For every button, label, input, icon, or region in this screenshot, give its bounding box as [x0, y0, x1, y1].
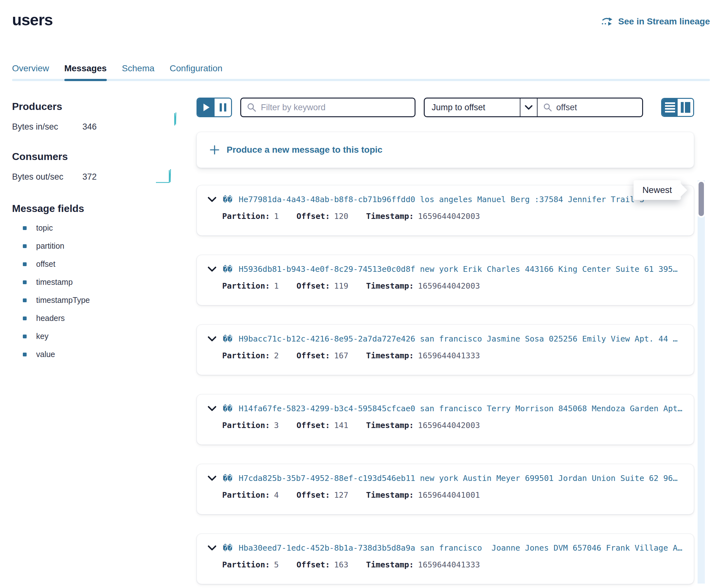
column-view-button[interactable] — [678, 99, 693, 116]
newest-tooltip: Newest — [634, 180, 681, 200]
message-key-row[interactable]: �� H5936db81-b943-4e0f-8c29-74513e0c0d8f… — [208, 265, 683, 274]
field-label: key — [36, 332, 48, 341]
jump-to-offset-select[interactable]: Jump to offset — [425, 99, 520, 116]
message-fields-heading: Message fields — [12, 203, 185, 214]
chevron-down-icon — [208, 406, 216, 412]
plus-icon — [209, 145, 220, 155]
message-meta: Partition:1 Offset:119 Timestamp:1659644… — [222, 281, 683, 291]
column-view-icon — [681, 102, 684, 113]
filter-input-wrapper — [240, 98, 415, 117]
chevron-down-icon — [208, 545, 216, 551]
message-meta: Partition:5 Offset:163 Timestamp:1659644… — [222, 560, 683, 569]
bullet-icon — [23, 244, 27, 248]
bytes-in-label: Bytes in/sec — [12, 122, 82, 132]
offset-value: 120 — [334, 212, 348, 221]
tab-configuration[interactable]: Configuration — [169, 63, 223, 81]
filter-input[interactable] — [261, 103, 409, 112]
messages-panel: Jump to offset — [185, 81, 710, 588]
messages-toolbar: Jump to offset — [197, 98, 694, 117]
message-list: �� He77981da-4a43-48ab-b8f8-cb71b96ffdd0… — [197, 185, 694, 584]
message-key: Hba30eed7-1edc-452b-8b1a-738d3b5d8a9a sa… — [239, 543, 683, 552]
unknown-glyph: �� — [223, 404, 232, 413]
message-card: �� H14fa67fe-5823-4299-b3c4-595845cfcae0… — [197, 394, 694, 445]
offset-input[interactable] — [556, 103, 636, 112]
scrollbar-thumb[interactable] — [699, 182, 704, 216]
play-icon — [204, 104, 209, 111]
stream-lineage-label: See in Stream lineage — [618, 17, 710, 27]
unknown-glyph: �� — [223, 543, 232, 552]
chevron-down-icon — [208, 267, 216, 272]
view-toggle-group — [661, 98, 694, 117]
play-pause-group — [197, 98, 232, 117]
timestamp-label: Timestamp: — [366, 212, 414, 221]
field-label: topic — [36, 223, 53, 233]
message-key-row[interactable]: �� H14fa67fe-5823-4299-b3c4-595845cfcae0… — [208, 404, 683, 413]
message-fields-list: topic partition offset timestamp timesta… — [12, 223, 185, 359]
chevron-down-icon[interactable] — [520, 99, 538, 116]
field-label: timestamp — [36, 277, 73, 287]
field-item-timestamp: timestamp — [12, 277, 185, 287]
tab-messages[interactable]: Messages — [64, 63, 107, 81]
jump-to-offset-group: Jump to offset — [424, 98, 643, 117]
bullet-icon — [23, 262, 27, 266]
partition-value: 1 — [274, 212, 279, 221]
message-key: H5936db81-b943-4e0f-8c29-74513e0c0d8f ne… — [239, 265, 683, 274]
topic-page: users See in Stream lineage Overview Mes… — [0, 0, 722, 588]
bullet-icon — [23, 298, 27, 302]
field-item-topic: topic — [12, 223, 185, 233]
message-key: He77981da-4a43-48ab-b8f8-cb71b96ffdd0 lo… — [239, 195, 683, 204]
message-key-row[interactable]: �� H9bacc71c-b12c-4216-8e95-2a7da727e426… — [208, 334, 683, 343]
bytes-out-sparkline — [155, 167, 178, 184]
see-in-stream-lineage-link[interactable]: See in Stream lineage — [601, 17, 710, 27]
bytes-out-value: 372 — [82, 172, 97, 182]
message-card: �� H9bacc71c-b12c-4216-8e95-2a7da727e426… — [197, 324, 694, 375]
scrollbar-track[interactable] — [698, 180, 705, 584]
offset-input-wrapper — [538, 99, 642, 116]
message-key-row[interactable]: �� Hba30eed7-1edc-452b-8b1a-738d3b5d8a9a… — [208, 543, 683, 552]
tab-bar: Overview Messages Schema Configuration — [12, 63, 710, 81]
timestamp-value: 1659644042003 — [418, 212, 480, 221]
message-key-row[interactable]: �� He77981da-4a43-48ab-b8f8-cb71b96ffdd0… — [208, 195, 683, 204]
tab-overview[interactable]: Overview — [12, 63, 49, 81]
tab-schema[interactable]: Schema — [122, 63, 155, 81]
message-key: H9bacc71c-b12c-4216-8e95-2a7da727e426 sa… — [239, 334, 683, 343]
chevron-down-icon — [208, 476, 216, 481]
field-item-headers: headers — [12, 314, 185, 323]
list-view-button[interactable] — [662, 99, 678, 116]
play-button[interactable] — [198, 99, 214, 116]
message-meta: Partition:3 Offset:141 Timestamp:1659644… — [222, 421, 683, 430]
message-card: �� He77981da-4a43-48ab-b8f8-cb71b96ffdd0… — [197, 185, 694, 236]
unknown-glyph: �� — [223, 334, 232, 343]
message-card: �� Hba30eed7-1edc-452b-8b1a-738d3b5d8a9a… — [197, 533, 694, 584]
bullet-icon — [23, 226, 27, 230]
message-key: H7cda825b-35b7-4952-88ef-c193d546eb11 ne… — [239, 474, 683, 483]
sidebar: Producers Bytes in/sec 346 Consumers Byt… — [12, 81, 185, 582]
message-key-row[interactable]: �� H7cda825b-35b7-4952-88ef-c193d546eb11… — [208, 474, 683, 483]
field-item-offset: offset — [12, 259, 185, 269]
producers-heading: Producers — [12, 101, 185, 112]
content: Producers Bytes in/sec 346 Consumers Byt… — [12, 81, 710, 588]
produce-message-label: Produce a new message to this topic — [227, 145, 383, 155]
stream-lineage-icon — [601, 17, 614, 26]
unknown-glyph: �� — [223, 474, 232, 483]
field-item-key: key — [12, 332, 185, 341]
field-label: timestampType — [36, 296, 90, 305]
bullet-icon — [23, 353, 27, 356]
pause-button[interactable] — [214, 99, 231, 116]
message-meta: Partition:1 Offset:120 Timestamp:1659644… — [222, 212, 683, 221]
bullet-icon — [23, 335, 27, 338]
message-meta: Partition:4 Offset:127 Timestamp:1659644… — [222, 490, 683, 500]
search-icon — [247, 103, 256, 112]
produce-message-button[interactable]: Produce a new message to this topic — [197, 132, 694, 168]
chevron-down-icon — [208, 336, 216, 342]
message-card: �� H5936db81-b943-4e0f-8c29-74513e0c0d8f… — [197, 255, 694, 306]
unknown-glyph: �� — [223, 265, 232, 274]
field-item-partition: partition — [12, 241, 185, 251]
field-item-timestampType: timestampType — [12, 296, 185, 305]
partition-label: Partition: — [222, 212, 270, 221]
unknown-glyph: �� — [223, 195, 232, 204]
bytes-in-value: 346 — [82, 122, 97, 132]
chevron-down-icon — [208, 197, 216, 203]
consumers-heading: Consumers — [12, 151, 185, 163]
field-label: partition — [36, 241, 64, 251]
